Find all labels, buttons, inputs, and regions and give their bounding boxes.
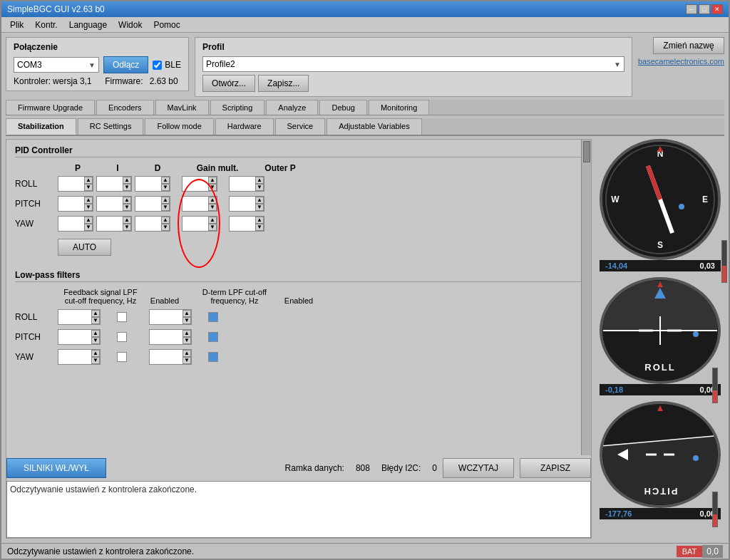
- tab-analyze[interactable]: Analyze: [266, 100, 318, 115]
- lpf-yaw-freq2-spinner[interactable]: 60 ▲▼: [149, 349, 192, 365]
- pid-yaw-i-spinner[interactable]: 0,08 ▲▼: [96, 216, 132, 232]
- pid-pitch-gain-up[interactable]: ▲: [208, 197, 217, 204]
- menu-widok[interactable]: Widok: [113, 19, 148, 31]
- pid-yaw-i-up[interactable]: ▲: [123, 217, 131, 224]
- menu-kontr[interactable]: Kontr.: [29, 19, 63, 31]
- pid-pitch-outerp-spinner[interactable]: 100 ▲▼: [229, 196, 264, 212]
- lpf-pitch-freq2-spinner[interactable]: 60 ▲▼: [149, 329, 192, 345]
- pid-roll-d-spinner[interactable]: 80 ▲▼: [135, 176, 170, 192]
- pid-yaw-gain-up[interactable]: ▲: [208, 217, 217, 224]
- tab-firmware-upgrade[interactable]: Firmware Upgrade: [6, 100, 95, 115]
- pid-roll-gain-up[interactable]: ▲: [208, 177, 217, 184]
- menu-pomoc[interactable]: Pomoc: [148, 19, 185, 31]
- lpf-pitch-en1-checkbox[interactable]: [117, 332, 127, 342]
- ble-checkbox[interactable]: [153, 61, 162, 70]
- tab-rc-settings[interactable]: RC Settings: [78, 118, 144, 135]
- pid-yaw-gain-spinner[interactable]: 1 ▲▼: [182, 216, 217, 232]
- pid-yaw-outerp-down[interactable]: ▼: [255, 224, 264, 231]
- lpf-roll-freq1-input[interactable]: 400: [61, 313, 87, 321]
- disconnect-button[interactable]: Odłącz: [103, 56, 148, 73]
- scrollbar[interactable]: [581, 140, 591, 455]
- pid-pitch-p-input[interactable]: 35: [61, 199, 87, 208]
- lpf-yaw-freq2-input[interactable]: 60: [153, 353, 178, 361]
- lpf-roll-freq1-down[interactable]: ▼: [91, 317, 100, 324]
- minimize-button[interactable]: ─: [686, 4, 697, 14]
- lpf-pitch-freq2-up[interactable]: ▲: [182, 330, 191, 337]
- pid-pitch-p-down[interactable]: ▼: [84, 204, 93, 211]
- pid-yaw-p-input[interactable]: 145: [61, 219, 87, 228]
- tab-encoders[interactable]: Encoders: [96, 100, 153, 115]
- tab-follow-mode[interactable]: Follow mode: [145, 118, 213, 135]
- lpf-roll-en2-checkbox[interactable]: [208, 312, 218, 322]
- lpf-roll-en1-checkbox[interactable]: [117, 312, 127, 322]
- pid-yaw-outerp-up[interactable]: ▲: [255, 217, 264, 224]
- lpf-yaw-freq2-down[interactable]: ▼: [182, 357, 191, 364]
- lpf-pitch-freq2-input[interactable]: 60: [153, 333, 178, 341]
- pid-pitch-outerp-up[interactable]: ▲: [255, 197, 264, 204]
- pid-yaw-outerp-input[interactable]: 100: [232, 219, 258, 228]
- pid-roll-d-up[interactable]: ▲: [161, 177, 170, 184]
- lpf-pitch-freq1-input[interactable]: 400: [61, 333, 87, 341]
- pid-roll-d-input[interactable]: 80: [138, 180, 164, 188]
- pid-pitch-gain-spinner[interactable]: 1 ▲▼: [182, 196, 217, 212]
- lpf-yaw-freq1-input[interactable]: 400: [61, 353, 87, 361]
- pid-pitch-i-down[interactable]: ▼: [123, 204, 131, 211]
- pid-roll-outerp-down[interactable]: ▼: [255, 184, 264, 191]
- pid-yaw-gain-down[interactable]: ▼: [208, 224, 217, 231]
- rename-button[interactable]: Zmień nazwę: [653, 37, 724, 54]
- pid-roll-gain-input[interactable]: 1: [185, 180, 211, 188]
- pid-pitch-outerp-down[interactable]: ▼: [255, 204, 264, 211]
- pid-roll-p-input[interactable]: 50: [61, 180, 87, 188]
- pid-roll-outerp-input[interactable]: 100: [232, 180, 258, 188]
- pid-pitch-outerp-input[interactable]: 100: [232, 199, 258, 208]
- pid-roll-p-spinner[interactable]: 50 ▲▼: [58, 176, 93, 192]
- pid-yaw-d-down[interactable]: ▼: [161, 224, 170, 231]
- pid-yaw-i-input[interactable]: 0,08: [100, 219, 125, 228]
- lpf-yaw-freq1-spinner[interactable]: 400 ▲▼: [58, 349, 101, 365]
- maximize-button[interactable]: □: [699, 4, 710, 14]
- pid-roll-outerp-up[interactable]: ▲: [255, 177, 264, 184]
- pid-yaw-p-down[interactable]: ▼: [84, 224, 93, 231]
- pid-yaw-gain-input[interactable]: 1: [185, 219, 211, 228]
- lpf-pitch-freq2-down[interactable]: ▼: [182, 337, 191, 344]
- profile-combo[interactable]: Profile2 ▼: [202, 56, 624, 72]
- load-button[interactable]: WCZYTAJ: [443, 458, 514, 478]
- lpf-yaw-en1-checkbox[interactable]: [117, 352, 127, 362]
- pid-pitch-i-input[interactable]: 0,08: [100, 199, 125, 208]
- tab-debug[interactable]: Debug: [319, 100, 366, 115]
- pid-pitch-d-down[interactable]: ▼: [161, 204, 170, 211]
- lpf-yaw-freq2-up[interactable]: ▲: [182, 350, 191, 357]
- pid-roll-i-spinner[interactable]: 0,06 ▲▼: [96, 176, 132, 192]
- tab-scripting[interactable]: Scripting: [210, 100, 265, 115]
- pid-yaw-p-spinner[interactable]: 145 ▲▼: [58, 216, 93, 232]
- lpf-roll-freq2-up[interactable]: ▲: [182, 310, 191, 317]
- engines-button[interactable]: SILNIKI WŁ/WYŁ: [6, 458, 106, 478]
- pid-pitch-d-up[interactable]: ▲: [161, 197, 170, 204]
- scrollbar-thumb[interactable]: [583, 141, 590, 162]
- pid-yaw-p-up[interactable]: ▲: [84, 217, 93, 224]
- pid-pitch-p-up[interactable]: ▲: [84, 197, 93, 204]
- menu-language[interactable]: Language: [63, 19, 113, 31]
- pid-roll-i-down[interactable]: ▼: [123, 184, 131, 191]
- pid-yaw-d-input[interactable]: 181: [138, 219, 164, 228]
- lpf-roll-freq2-down[interactable]: ▼: [182, 317, 191, 324]
- lpf-pitch-freq1-up[interactable]: ▲: [91, 330, 100, 337]
- pid-pitch-i-up[interactable]: ▲: [123, 197, 131, 204]
- pid-pitch-d-spinner[interactable]: 21 ▲▼: [135, 196, 170, 212]
- lpf-roll-freq1-up[interactable]: ▲: [91, 310, 100, 317]
- lpf-yaw-freq1-down[interactable]: ▼: [91, 357, 100, 364]
- close-button[interactable]: ✕: [711, 4, 723, 14]
- lpf-pitch-freq1-spinner[interactable]: 400 ▲▼: [58, 329, 101, 345]
- auto-button[interactable]: AUTO: [58, 239, 111, 256]
- pid-yaw-outerp-spinner[interactable]: 100 ▲▼: [229, 216, 264, 232]
- tab-stabilization[interactable]: Stabilization: [6, 118, 76, 135]
- tab-mavlink[interactable]: MavLink: [155, 100, 209, 115]
- pid-pitch-p-spinner[interactable]: 35 ▲▼: [58, 196, 93, 212]
- tab-adjustable-variables[interactable]: Adjustable Variables: [327, 118, 421, 135]
- pid-roll-outerp-spinner[interactable]: 100 ▲▼: [229, 176, 264, 192]
- pid-pitch-i-spinner[interactable]: 0,08 ▲▼: [96, 196, 132, 212]
- lpf-pitch-en2-checkbox[interactable]: [208, 332, 218, 342]
- lpf-roll-freq1-spinner[interactable]: 400 ▲▼: [58, 309, 101, 325]
- pid-roll-gain-down[interactable]: ▼: [208, 184, 217, 191]
- save-profile-button[interactable]: Zapisz...: [258, 75, 309, 92]
